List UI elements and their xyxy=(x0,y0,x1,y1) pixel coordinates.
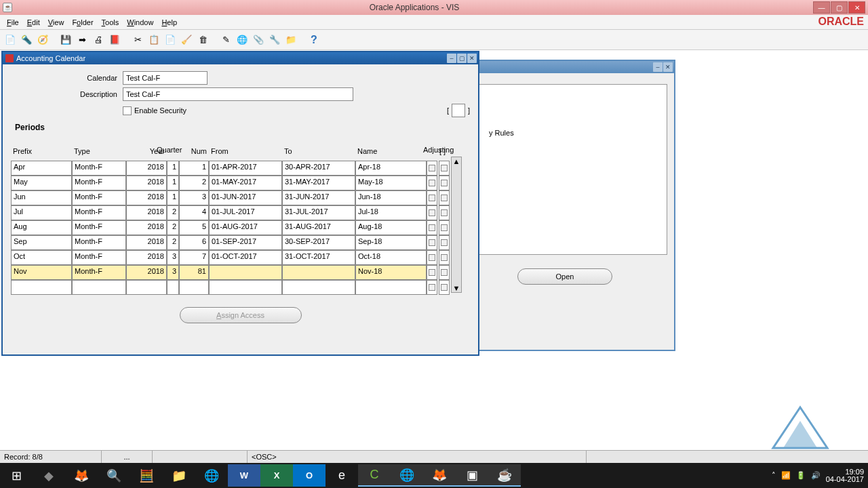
mdi-min-icon[interactable]: – xyxy=(447,54,456,63)
cell-from[interactable] xyxy=(209,280,282,295)
cell-year[interactable]: 2018 xyxy=(126,265,167,280)
task-java[interactable]: ☕ xyxy=(488,464,521,487)
cell-adjusting-checkbox[interactable] xyxy=(427,161,437,176)
task-firefox[interactable]: 🦊 xyxy=(65,464,98,487)
cut-icon[interactable]: ✂ xyxy=(130,33,145,47)
cell-quarter[interactable]: 3 xyxy=(167,250,179,265)
open-button[interactable]: Open xyxy=(517,268,612,285)
task-excel[interactable]: X xyxy=(260,464,293,487)
cell-from[interactable]: 01-JUL-2017 xyxy=(209,205,282,220)
delete-icon[interactable]: 🗑 xyxy=(195,33,210,47)
cell-name[interactable]: Sep-18 xyxy=(355,235,427,250)
cell-from[interactable]: 01-MAY-2017 xyxy=(209,176,282,190)
task-chrome2[interactable]: 🌐 xyxy=(391,464,423,487)
cell-type[interactable]: Month-F xyxy=(72,235,126,250)
start-button[interactable]: ⊞ xyxy=(0,464,33,487)
cell-type[interactable]: Month-F xyxy=(72,161,126,176)
cell-adjusting-checkbox[interactable] xyxy=(427,280,437,295)
copy-icon[interactable]: 📋 xyxy=(146,33,161,47)
cell-quarter[interactable]: 1 xyxy=(167,190,179,205)
secondary-window[interactable]: – ✕ y Rules Open xyxy=(454,60,675,351)
edit-icon[interactable]: ✎ xyxy=(218,33,233,47)
table-row[interactable]: AugMonth-F20182501-AUG-201731-AUG-2017Au… xyxy=(11,220,450,235)
cell-year[interactable]: 2018 xyxy=(126,220,167,235)
cell-quarter[interactable]: 2 xyxy=(167,205,179,220)
cell-num[interactable]: 3 xyxy=(179,190,209,205)
cell-to[interactable]: 30-SEP-2017 xyxy=(282,235,355,250)
cell-adjusting-checkbox[interactable] xyxy=(427,250,437,265)
cell-year[interactable]: 2018 xyxy=(126,235,167,250)
table-row[interactable]: JunMonth-F20181301-JUN-201731-JUN-2017Ju… xyxy=(11,190,450,205)
menu-help[interactable]: Help xyxy=(157,16,181,28)
cell-year[interactable] xyxy=(126,280,167,295)
menu-edit[interactable]: Edit xyxy=(23,16,44,28)
cell-extra-checkbox[interactable] xyxy=(439,265,450,280)
cell-name[interactable]: Jul-18 xyxy=(355,205,427,220)
cell-extra-checkbox[interactable] xyxy=(439,190,450,205)
cell-extra-checkbox[interactable] xyxy=(439,220,450,235)
cell-adjusting-checkbox[interactable] xyxy=(427,190,437,205)
menu-tools[interactable]: Tools xyxy=(98,16,123,28)
next-step-icon[interactable]: ➡ xyxy=(75,33,90,47)
cell-to[interactable]: 30-APR-2017 xyxy=(282,161,355,176)
cell-extra-checkbox[interactable] xyxy=(439,235,450,250)
cell-to[interactable]: 31-OCT-2017 xyxy=(282,250,355,265)
table-row[interactable]: MayMonth-F20181201-MAY-201731-MAY-2017Ma… xyxy=(11,176,450,190)
cell-name[interactable]: Jun-18 xyxy=(355,190,427,205)
cell-year[interactable]: 2018 xyxy=(126,250,167,265)
cell-name[interactable]: Apr-18 xyxy=(355,161,427,176)
tools-icon[interactable]: 🔧 xyxy=(267,33,282,47)
cell-to[interactable] xyxy=(282,280,355,295)
cell-prefix[interactable]: Apr xyxy=(11,161,72,176)
cell-num[interactable]: 1 xyxy=(179,161,209,176)
menu-view[interactable]: View xyxy=(44,16,68,28)
task-camtasia[interactable]: C xyxy=(358,464,391,487)
paste-icon[interactable]: 📄 xyxy=(163,33,178,47)
cell-num[interactable]: 7 xyxy=(179,250,209,265)
cell-to[interactable]: 31-MAY-2017 xyxy=(282,176,355,190)
cell-type[interactable]: Month-F xyxy=(72,265,126,280)
cell-adjusting-checkbox[interactable] xyxy=(427,176,437,190)
cell-to[interactable]: 31-AUG-2017 xyxy=(282,220,355,235)
cell-to[interactable]: 31-JUL-2017 xyxy=(282,205,355,220)
tray-battery-icon[interactable]: 🔋 xyxy=(796,471,806,480)
cell-type[interactable]: Month-F xyxy=(72,190,126,205)
cell-from[interactable]: 01-AUG-2017 xyxy=(209,220,282,235)
table-row[interactable]: AprMonth-F20181101-APR-201730-APR-2017Ap… xyxy=(11,161,450,176)
cell-prefix[interactable]: Oct xyxy=(11,250,72,265)
task-outlook[interactable]: O xyxy=(293,464,326,487)
cell-from[interactable]: 01-OCT-2017 xyxy=(209,250,282,265)
table-row[interactable]: SepMonth-F20182601-SEP-201730-SEP-2017Se… xyxy=(11,235,450,250)
help-icon[interactable]: ? xyxy=(307,33,321,47)
accounting-calendar-window[interactable]: Accounting Calendar – ▢ ✕ Calendar Descr… xyxy=(1,51,479,356)
task-explorer[interactable]: 📁 xyxy=(163,464,195,487)
cell-to[interactable] xyxy=(282,265,355,280)
cell-name[interactable]: Nov-18 xyxy=(355,265,427,280)
mdi-close-icon[interactable]: ✕ xyxy=(467,54,477,63)
new-icon[interactable]: 📄 xyxy=(3,33,18,47)
cell-year[interactable]: 2018 xyxy=(126,176,167,190)
tray-up-icon[interactable]: ˄ xyxy=(772,471,776,480)
secondary-min-icon[interactable]: – xyxy=(653,62,663,72)
cell-type[interactable] xyxy=(72,280,126,295)
cell-quarter[interactable]: 1 xyxy=(167,176,179,190)
cell-num[interactable]: 4 xyxy=(179,205,209,220)
mdi-max-icon[interactable]: ▢ xyxy=(457,54,467,63)
cell-adjusting-checkbox[interactable] xyxy=(427,205,437,220)
cell-quarter[interactable]: 3 xyxy=(167,265,179,280)
menu-window[interactable]: Window xyxy=(123,16,157,28)
folder-tool-icon[interactable]: 📁 xyxy=(283,33,298,47)
task-word[interactable]: W xyxy=(228,464,260,487)
cell-name[interactable]: May-18 xyxy=(355,176,427,190)
save-icon[interactable]: 💾 xyxy=(58,33,73,47)
tray-wifi-icon[interactable]: 📶 xyxy=(781,471,791,480)
table-row[interactable]: NovMonth-F2018381Nov-18 xyxy=(11,265,450,280)
cell-prefix[interactable]: May xyxy=(11,176,72,190)
cell-type[interactable]: Month-F xyxy=(72,250,126,265)
cell-from[interactable]: 01-APR-2017 xyxy=(209,161,282,176)
cell-to[interactable]: 31-JUN-2017 xyxy=(282,190,355,205)
cell-type[interactable]: Month-F xyxy=(72,176,126,190)
cell-num[interactable]: 5 xyxy=(179,220,209,235)
cell-prefix[interactable]: Aug xyxy=(11,220,72,235)
secondary-close-icon[interactable]: ✕ xyxy=(663,62,673,72)
